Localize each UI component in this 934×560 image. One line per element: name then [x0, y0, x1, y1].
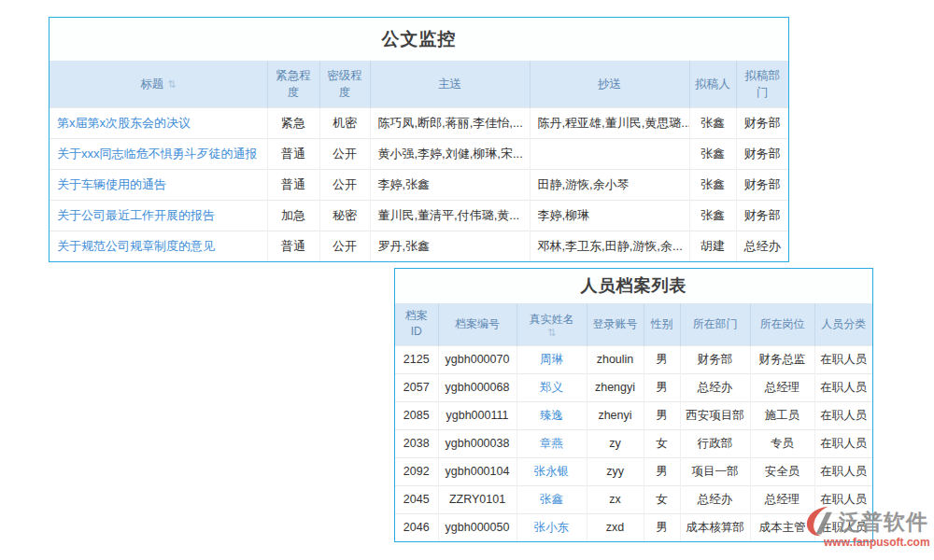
table-row: 2085ygbh000111臻逸zhenyi男西安项目部施工员在职人员: [395, 401, 872, 429]
cell-gender: 男: [644, 457, 680, 485]
cell-urgency: 普通: [267, 231, 319, 262]
personnel-table: 档案ID档案编号真实姓名⇅登录账号性别所在部门所在岗位人员分类2125ygbh0…: [395, 303, 872, 541]
cell-drafter: 张鑫: [689, 139, 736, 170]
header-row: 标题⇅紧急程度密级程度主送抄送拟稿人拟稿部门: [50, 61, 788, 108]
cell-secrecy: 机密: [319, 108, 370, 139]
cell-file_id: 2085: [395, 401, 438, 429]
cell-post: 安全员: [750, 457, 814, 485]
column-label: 标题: [140, 77, 163, 91]
column-label: 档案ID: [405, 309, 428, 338]
cell-main_to: 陈巧凤,断郎,蒋丽,李佳怡,...: [370, 108, 530, 139]
cell-category: 在职人员: [814, 485, 872, 513]
cell-post: 施工员: [750, 401, 814, 429]
cell-file_no: ygbh000104: [438, 457, 517, 485]
column-header-real_name[interactable]: 真实姓名⇅: [517, 303, 587, 345]
cell-gender: 男: [644, 401, 680, 429]
cell-file_no: ygbh000070: [438, 345, 517, 373]
cell-file_no: ZZRY0101: [438, 485, 517, 513]
column-header-login: 登录账号: [587, 303, 644, 345]
cell-dept: 项目一部: [680, 457, 750, 485]
column-header-gender: 性别: [644, 303, 680, 345]
cell-login: zxd: [587, 513, 644, 541]
doc-monitor-title: 公文监控: [50, 18, 788, 61]
cell-dept: 财务部: [680, 345, 750, 373]
column-header-file_id: 档案ID: [395, 303, 438, 345]
column-label: 所在岗位: [760, 317, 805, 330]
cell-category: 在职人员: [814, 373, 872, 401]
cell-urgency: 加急: [267, 201, 319, 231]
cell-drafter: 胡建: [689, 231, 736, 262]
cell-cc: 邓林,李卫东,田静,游恢,余...: [530, 231, 689, 262]
column-header-secrecy: 密级程度: [319, 61, 370, 108]
cell-drafter: 张鑫: [689, 108, 736, 139]
column-header-main_to: 主送: [370, 61, 530, 108]
cell-title[interactable]: 关于规范公司规章制度的意见: [50, 231, 267, 262]
personnel-title: 人员档案列表: [395, 269, 872, 303]
cell-real_name[interactable]: 郑义: [517, 373, 587, 401]
table-row: 关于规范公司规章制度的意见普通公开罗丹,张鑫邓林,李卫东,田静,游恢,余...胡…: [50, 231, 788, 262]
cell-title[interactable]: 关于车辆使用的通告: [50, 170, 267, 201]
cell-file_no: ygbh000111: [438, 401, 517, 429]
cell-login: zhengyi: [587, 373, 644, 401]
cell-urgency: 普通: [267, 139, 319, 170]
table-row: 2045ZZRY0101张鑫zx女总经办总经理在职人员: [395, 485, 872, 513]
table-row: 2038ygbh000038章燕zy女行政部专员在职人员: [395, 429, 872, 457]
table-row: 2125ygbh000070周琳zhoulin男财务部财务总监在职人员: [395, 345, 872, 373]
cell-drafter: 张鑫: [689, 201, 736, 231]
column-header-title[interactable]: 标题⇅: [50, 61, 267, 108]
cell-dept: 总经办: [680, 373, 750, 401]
column-label: 密级程度: [327, 69, 362, 99]
table-row: 第x届第x次股东会的决议紧急机密陈巧凤,断郎,蒋丽,李佳怡,...陈丹,程亚雄,…: [50, 108, 788, 139]
table-row: 2092ygbh000104张永银zyy男项目一部安全员在职人员: [395, 457, 872, 485]
cell-real_name[interactable]: 周琳: [517, 345, 587, 373]
cell-real_name[interactable]: 张永银: [517, 457, 587, 485]
sort-icon[interactable]: ⇅: [167, 78, 176, 90]
cell-gender: 女: [644, 429, 680, 457]
cell-file_id: 2057: [395, 373, 438, 401]
cell-gender: 男: [644, 345, 680, 373]
cell-file_id: 2038: [395, 429, 438, 457]
cell-main_to: 黄小强,李婷,刘健,柳琳,宋...: [370, 139, 530, 170]
cell-login: zyy: [587, 457, 644, 485]
cell-cc: [530, 139, 689, 170]
cell-draft_dept: 财务部: [736, 139, 788, 170]
cell-urgency: 普通: [267, 170, 319, 201]
cell-real_name[interactable]: 张鑫: [517, 485, 587, 513]
cell-file_id: 2125: [395, 345, 438, 373]
cell-main_to: 罗丹,张鑫: [370, 231, 530, 262]
column-label: 性别: [651, 317, 673, 330]
cell-real_name[interactable]: 张小东: [517, 513, 587, 541]
column-header-dept: 所在部门: [680, 303, 750, 345]
cell-title[interactable]: 关于公司最近工作开展的报告: [50, 201, 267, 231]
sort-icon[interactable]: ⇅: [523, 328, 581, 337]
cell-login: zx: [587, 485, 644, 513]
column-header-drafter: 拟稿人: [689, 61, 736, 108]
cell-file_id: 2045: [395, 485, 438, 513]
column-header-urgency: 紧急程度: [267, 61, 319, 108]
table-row: 关于xxx同志临危不惧勇斗歹徒的通报普通公开黄小强,李婷,刘健,柳琳,宋...张…: [50, 139, 788, 170]
screen: 公文监控 标题⇅紧急程度密级程度主送抄送拟稿人拟稿部门第x届第x次股东会的决议紧…: [0, 0, 934, 560]
cell-secrecy: 秘密: [319, 201, 370, 231]
cell-real_name[interactable]: 臻逸: [517, 401, 587, 429]
column-header-post: 所在岗位: [750, 303, 814, 345]
cell-category: 在职人员: [814, 401, 872, 429]
cell-gender: 男: [644, 373, 680, 401]
cell-real_name[interactable]: 章燕: [517, 429, 587, 457]
cell-title[interactable]: 关于xxx同志临危不惧勇斗歹徒的通报: [50, 139, 267, 170]
cell-main_to: 李婷,张鑫: [370, 170, 530, 201]
cell-file_id: 2046: [395, 513, 438, 541]
column-label: 登录账号: [593, 317, 638, 330]
cell-login: zy: [587, 429, 644, 457]
cell-category: 在职人员: [814, 345, 872, 373]
cell-urgency: 紧急: [267, 108, 319, 139]
cell-title[interactable]: 第x届第x次股东会的决议: [50, 108, 267, 139]
table-row: 关于公司最近工作开展的报告加急秘密董川民,董清平,付伟璐,黄...李婷,柳琳张鑫…: [50, 201, 788, 231]
cell-secrecy: 公开: [319, 139, 370, 170]
cell-category: 在职人员: [814, 513, 872, 541]
column-header-draft_dept: 拟稿部门: [736, 61, 788, 108]
cell-post: 专员: [750, 429, 814, 457]
cell-category: 在职人员: [814, 457, 872, 485]
cell-dept: 成本核算部: [680, 513, 750, 541]
doc-monitor-panel: 公文监控 标题⇅紧急程度密级程度主送抄送拟稿人拟稿部门第x届第x次股东会的决议紧…: [49, 17, 789, 262]
cell-secrecy: 公开: [319, 231, 370, 262]
